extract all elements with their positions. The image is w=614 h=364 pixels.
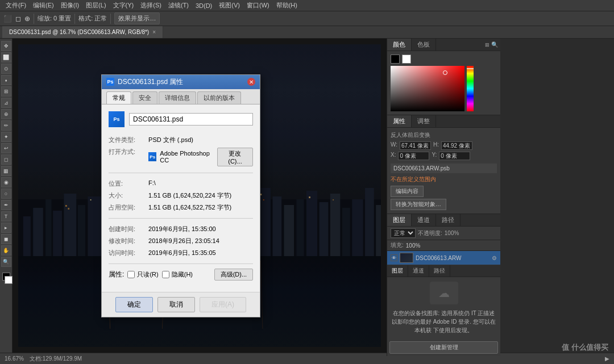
tabbar: DSC006131.psd @ 16.7% (DSC006613.ARW, RG… — [0, 26, 614, 39]
tool-path-select[interactable]: ▸ — [1, 223, 11, 233]
cancel-button[interactable]: 取消 — [157, 297, 195, 312]
apply-button[interactable]: 应用(A) — [200, 297, 246, 312]
dialog-tab-details[interactable]: 详细信息 — [159, 91, 196, 104]
menu-file[interactable]: 文件(F) — [2, 1, 30, 10]
layers-panel: 图层 通道 路径 正常 不透明度: 100% 填充: 100% — [387, 214, 500, 265]
modified-row: 修改时间: 2018年9月26日, 23:05:14 — [109, 235, 253, 247]
adj-tab[interactable]: 属性 — [387, 115, 412, 127]
readonly-checkbox[interactable] — [127, 271, 135, 278]
grid-icon[interactable]: ⊞ — [485, 42, 489, 48]
notif-tabs: 图层 通道 路径 — [387, 265, 500, 277]
tool-lasso[interactable]: ⊙ — [1, 64, 11, 74]
layers-panel-tabs: 图层 通道 路径 — [387, 214, 500, 227]
disk-size-value: 1.51 GB (1,624,522,752 字节) — [148, 202, 253, 214]
menu-select[interactable]: 选择(S) — [137, 1, 165, 10]
menu-edit[interactable]: 编辑(E) — [30, 1, 57, 10]
size-value: 1.51 GB (1,624,520,224 字节) — [148, 190, 253, 202]
file-tab-close[interactable]: × — [152, 29, 156, 35]
toolbar-icon-lasso[interactable]: ⊕ — [24, 15, 30, 23]
tool-text[interactable]: T — [1, 211, 11, 221]
tool-magic-wand[interactable]: ⬧ — [1, 75, 11, 85]
background-color[interactable] — [402, 55, 411, 64]
toolbar-sep-3 — [110, 14, 111, 24]
zoom-level: 16.67% — [5, 355, 24, 362]
menu-view[interactable]: 视图(V) — [215, 1, 243, 10]
hidden-checkbox-label[interactable]: 隐藏(H) — [162, 270, 193, 279]
color-tab[interactable]: 颜色 — [387, 39, 412, 51]
menu-text[interactable]: 文字(Y) — [110, 1, 138, 10]
menu-window[interactable]: 窗口(W) — [243, 1, 273, 10]
menu-help[interactable]: 帮助(H) — [273, 1, 301, 10]
tool-move[interactable]: ✥ — [1, 41, 11, 51]
x-input[interactable] — [398, 152, 429, 160]
properties-content: 反人体前后变换 W: H: X: Y: DSC006613.ARW.psb — [387, 128, 500, 214]
tool-blur[interactable]: ◉ — [1, 177, 11, 187]
tool-history-brush[interactable]: ↩ — [1, 143, 11, 153]
toolbar-zoom-label: 缩放: 0 重置 — [38, 14, 71, 23]
dialog-tab-security[interactable]: 安全 — [132, 91, 157, 104]
edit-contents-btn[interactable]: 编辑内容 — [391, 186, 424, 197]
notif-tab-2[interactable]: 通道 — [408, 265, 429, 277]
canvas-area[interactable]: Ps DSC006131.psd 属性 ✕ 常规 安全 详细信息 — [13, 39, 387, 353]
adj-tab2[interactable]: 调整 — [412, 115, 436, 127]
h-label: H: — [433, 141, 439, 150]
tool-dodge[interactable]: ○ — [1, 189, 11, 199]
layer-item[interactable]: 👁 DSC006613.ARW ⚙ — [387, 251, 500, 265]
file-tab-label: DSC006131.psd @ 16.7% (DSC006613.ARW, RG… — [9, 29, 149, 35]
color-spectrum-bar[interactable] — [467, 66, 474, 111]
toolbar-icon-select[interactable]: ◻ — [15, 15, 21, 23]
attr-label: 属性: — [109, 270, 124, 279]
paths-tab[interactable]: 路径 — [436, 214, 460, 226]
h-input[interactable] — [441, 141, 472, 150]
color-panel: 颜色 色板 ⊞ 🔍 — [387, 39, 500, 115]
notif-tab-1[interactable]: 图层 — [387, 265, 408, 277]
dialog-close-button[interactable]: ✕ — [247, 78, 255, 86]
readonly-checkbox-label[interactable]: 只读(R) — [127, 270, 158, 279]
tool-heal[interactable]: ⊕ — [1, 109, 11, 119]
notif-tab-3[interactable]: 路径 — [429, 265, 450, 277]
tool-eyedropper[interactable]: ⊿ — [1, 98, 11, 108]
menu-image[interactable]: 图像(I) — [57, 1, 82, 10]
layer-visibility-toggle[interactable]: 👁 — [391, 254, 397, 261]
dialog-titlebar: Ps DSC006131.psd 属性 ✕ — [102, 75, 260, 89]
tool-rect-select[interactable]: ⬜ — [1, 52, 11, 62]
blend-mode-select[interactable]: 正常 — [391, 228, 416, 238]
tool-clone[interactable]: ✦ — [1, 132, 11, 142]
notif-icon: ☁ — [430, 282, 458, 304]
foreground-color[interactable] — [391, 55, 400, 64]
warning-text: 不在所定义范围内 — [391, 175, 497, 183]
dialog-tab-previous[interactable]: 以前的版本 — [197, 91, 241, 104]
file-tab[interactable]: DSC006131.psd @ 16.7% (DSC006613.ARW, RG… — [2, 26, 163, 38]
w-input[interactable] — [400, 141, 431, 150]
convert-to-smart-btn[interactable]: 转换为智能对象… — [391, 199, 446, 210]
tool-pen[interactable]: ✒ — [1, 200, 11, 210]
search-icon[interactable]: 🔍 — [491, 41, 498, 48]
tool-brush[interactable]: ✏ — [1, 120, 11, 131]
menu-filter[interactable]: 滤镜(T) — [165, 1, 192, 10]
channels-tab[interactable]: 通道 — [412, 214, 436, 226]
tool-gradient[interactable]: ▦ — [1, 166, 11, 176]
menu-3d[interactable]: 3D(D) — [192, 2, 215, 9]
y-input[interactable] — [439, 152, 470, 160]
layers-tab[interactable]: 图层 — [387, 214, 412, 226]
hidden-checkbox[interactable] — [162, 271, 169, 278]
toolbar-extra-btn[interactable]: 效果并显示… — [114, 12, 160, 24]
toolbar-icon-move[interactable]: ⬛ — [3, 15, 12, 23]
menu-layer[interactable]: 图层(L) — [82, 1, 109, 10]
x-label: X: — [391, 152, 396, 160]
change-open-with-button[interactable]: 更改(C)... — [217, 148, 253, 166]
tool-crop[interactable]: ⊞ — [1, 86, 11, 97]
notif-action-btn[interactable]: 创建新管理 — [389, 341, 498, 354]
toolbox: ✥ ⬜ ⊙ ⬧ ⊞ ⊿ ⊕ ✏ ✦ ↩ ◻ ▦ ◉ ○ ✒ T ▸ ◼ ✋ 🔍 — [0, 39, 13, 353]
dialog-tab-general[interactable]: 常规 — [106, 91, 131, 104]
tool-eraser[interactable]: ◻ — [1, 154, 11, 165]
tool-shape[interactable]: ◼ — [1, 234, 11, 244]
color-picker-gradient[interactable] — [391, 66, 464, 111]
swatches-tab[interactable]: 色板 — [412, 39, 436, 51]
tool-hand[interactable]: ✋ — [1, 245, 11, 256]
tool-zoom[interactable]: 🔍 — [1, 257, 11, 267]
layer-settings-icon[interactable]: ⚙ — [492, 255, 497, 261]
dialog-filename-input[interactable] — [129, 113, 253, 125]
ok-button[interactable]: 确定 — [115, 297, 153, 312]
advanced-button[interactable]: 高级(D)... — [214, 269, 253, 281]
